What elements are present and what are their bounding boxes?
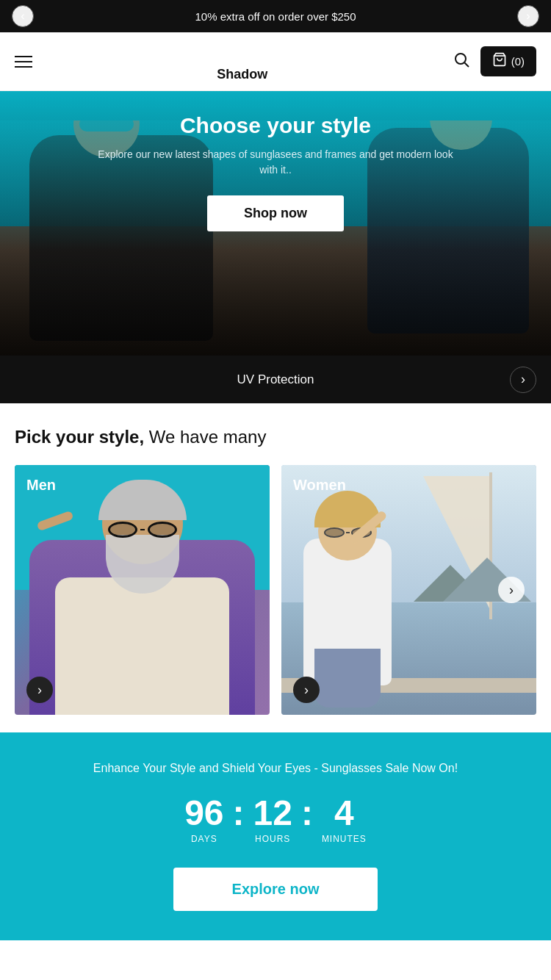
men-style-card[interactable]: Men › [15,465,270,715]
uv-protection-text: UV Protection [41,372,510,387]
minutes-value: 4 [334,796,354,831]
countdown-section: Enhance Your Style and Shield Your Eyes … [0,732,551,940]
hero-section: Choose your style Explore our new latest… [0,91,551,356]
announcement-text: 10% extra off on order over $250 [34,10,517,23]
hero-content: Choose your style Explore our new latest… [62,113,489,231]
svg-point-0 [223,43,241,60]
svg-point-1 [244,43,262,60]
women-card-label: Women [293,477,346,494]
colon-separator-1: : [224,796,253,831]
men-card-arrow-button[interactable]: › [26,677,53,703]
days-value: 96 [184,796,223,831]
header: Shadow (0) [0,32,551,91]
colon-separator-2: : [292,796,322,831]
announcement-prev-button[interactable]: ‹ [12,5,34,27]
hamburger-line [15,66,32,68]
men-card-background [15,465,270,715]
days-label: DAYS [191,834,217,844]
hours-unit: 12 HOURS [253,796,292,844]
hamburger-line [15,61,32,62]
countdown-headline: Enhance Your Style and Shield Your Eyes … [93,762,458,775]
style-heading-bold: Pick your style, [15,427,144,447]
hamburger-menu-button[interactable] [15,56,32,68]
chevron-right-icon: › [37,682,42,698]
style-grid: Men › [15,465,536,715]
announcement-next-button[interactable]: › [517,5,539,27]
header-left [15,56,32,68]
logo[interactable]: Shadow [217,40,267,82]
women-style-card[interactable]: Women › › [281,465,536,715]
chevron-right-icon: › [304,682,309,698]
shop-now-button[interactable]: Shop now [207,195,344,231]
search-button[interactable] [453,51,470,73]
chevron-left-icon: ‹ [21,10,24,23]
announcement-bar: ‹ 10% extra off on order over $250 › [0,0,551,32]
cart-icon [492,52,507,71]
logo-text: Shadow [217,67,267,82]
minutes-unit: 4 MINUTES [322,796,367,844]
style-heading-regular: We have many [144,427,266,447]
glasses-icon [220,40,264,68]
header-right: (0) [453,46,536,76]
cart-button[interactable]: (0) [480,46,536,76]
men-card-label: Men [26,477,56,494]
uv-banner: UV Protection › [0,356,551,403]
chevron-right-icon: › [521,372,525,387]
hours-label: HOURS [255,834,290,844]
hero-title: Choose your style [180,113,371,138]
hero-subtitle: Explore our new latest shapes of sunglas… [92,147,459,178]
style-heading: Pick your style, We have many [15,427,536,447]
cart-count: (0) [511,55,525,68]
uv-next-button[interactable]: › [510,367,536,393]
women-card-arrow-right-button[interactable]: › [498,577,525,603]
days-unit: 96 DAYS [184,796,223,844]
hamburger-line [15,56,32,57]
svg-point-5 [455,54,466,64]
style-section: Pick your style, We have many [0,403,551,732]
women-card-arrow-button[interactable]: › [293,677,320,703]
svg-line-6 [464,62,469,67]
chevron-right-icon: › [526,10,530,23]
countdown-timer: 96 DAYS : 12 HOURS : 4 MINUTES [184,796,367,844]
minutes-label: MINUTES [322,834,367,844]
explore-now-button[interactable]: Explore now [173,868,378,911]
hours-value: 12 [253,796,292,831]
chevron-right-icon: › [509,583,514,598]
